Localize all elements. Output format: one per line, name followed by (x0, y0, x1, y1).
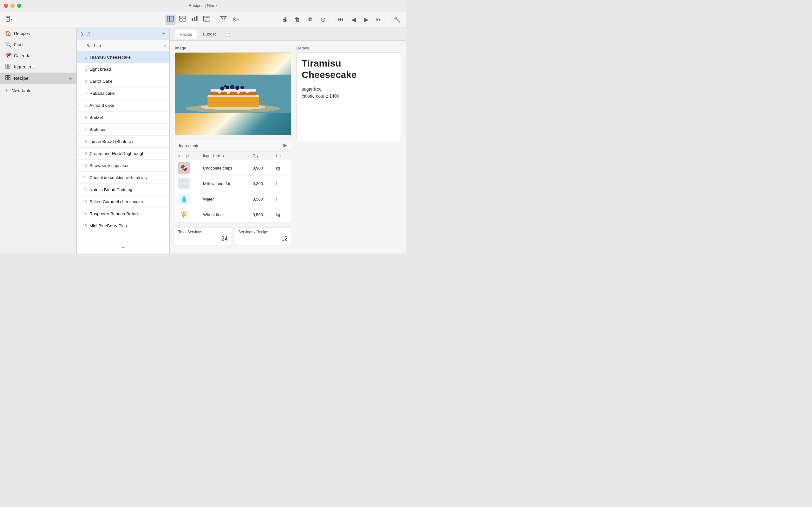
recipe-icon (5, 75, 11, 81)
total-servings-value[interactable]: 24 (175, 235, 231, 245)
image-section: Image (175, 46, 291, 135)
new-table-item[interactable]: + New table (0, 84, 77, 96)
list-row[interactable]: 13Salted Caramel cheesecake (77, 196, 169, 208)
list-row-title: Tiramisu Cheesecake (90, 55, 131, 60)
trash-button[interactable]: 🗑 (293, 14, 303, 25)
print-button[interactable]: 🖨 (280, 14, 290, 25)
tab-budget[interactable]: Budget (198, 30, 220, 38)
sort-icon: ▲ (222, 154, 225, 158)
svg-rect-17 (8, 64, 10, 66)
list-row-num: 9 (81, 152, 87, 156)
servings-per-recipe-value[interactable]: 12 (235, 235, 291, 245)
filter-button[interactable] (218, 14, 229, 25)
list-row-num: 6 (81, 115, 87, 120)
toolbar-center: ⚙ ▾ (165, 14, 241, 25)
image-section-label: Image (175, 46, 291, 50)
list-add-button[interactable]: + (77, 242, 169, 253)
sidebar-item-recipes[interactable]: 🏠 Recipes (0, 28, 77, 39)
maximize-button[interactable] (17, 3, 21, 8)
toolbar: 🗄 ▾ (0, 11, 406, 28)
list-row[interactable]: 9Cream and Herb Doghnought (77, 148, 169, 160)
minimize-button[interactable] (10, 3, 14, 8)
sidebar-item-recipe[interactable]: Recipe ◀ (0, 72, 77, 84)
list-row-num: 3 (81, 79, 87, 83)
list-row-num: 2 (81, 67, 87, 72)
filter-icon (220, 16, 227, 23)
list-row-title: Carrot Cake (90, 79, 113, 83)
sidebar-item-find[interactable]: 🔍 Find (0, 39, 77, 50)
table-view-button[interactable] (165, 14, 176, 25)
list-filter-clear-icon[interactable]: ✕ (163, 43, 167, 48)
list-row-num: 14 (81, 212, 87, 216)
close-button[interactable] (4, 3, 8, 8)
skip-back-icon: ⏮ (338, 16, 344, 23)
play-button[interactable]: ▶ (361, 14, 371, 25)
add-record-icon: ⊕ (320, 16, 326, 23)
list-row-title: Mini BlueBerry Pies. (90, 223, 128, 228)
list-row-num: 4 (81, 91, 87, 96)
database-button[interactable]: 🗄 ▾ (4, 14, 14, 25)
sidebar: 🏠 Recipes 🔍 Find 📅 Calendar Ingredient (0, 28, 77, 253)
list-header-plus-icon[interactable]: + (162, 31, 165, 37)
list-row[interactable]: 1Tiramisu Cheesecake (77, 51, 169, 63)
table-view-icon (167, 16, 174, 23)
find-icon: 🔍 (5, 42, 11, 48)
ingredient-image-placeholder: 💧 (178, 193, 190, 205)
sidebar-chevron-icon: ◀ (68, 76, 71, 80)
calendar-icon: 📅 (5, 53, 11, 59)
details-section-label: Details (296, 46, 401, 50)
sidebar-item-calendar[interactable]: 📅 Calendar (0, 50, 77, 61)
col-header-image: Image (175, 152, 200, 160)
tab-notes[interactable]: 📄 (222, 30, 234, 39)
ingredient-row: 🥛Milk without fat0,300l (175, 176, 291, 191)
ingredient-name: Milk without fat (200, 176, 249, 191)
list-row[interactable]: 4Rababa cake (77, 88, 169, 100)
list-refresh-icon[interactable]: ↻ (87, 43, 91, 48)
settings-button[interactable]: ⚙ ▾ (231, 14, 241, 25)
wrench-button[interactable]: 🔧 (392, 14, 402, 25)
sidebar-label-calendar: Calendar (14, 53, 32, 58)
svg-rect-10 (196, 16, 198, 21)
new-table-plus-icon: + (5, 87, 9, 94)
list-row-title: Light bread (90, 67, 111, 72)
list-row[interactable]: 6Bretzel (77, 112, 169, 124)
sidebar-item-ingredient[interactable]: Ingredient (0, 61, 77, 72)
sidebar-label-find: Find (14, 42, 22, 47)
window-title: Recipes | Ninox (189, 3, 217, 8)
svg-rect-29 (211, 89, 256, 92)
add-ingredient-button[interactable]: ⊕ (282, 142, 287, 149)
traffic-lights (4, 3, 21, 8)
prev-button[interactable]: ◀ (349, 14, 359, 25)
col-header-qty: Qty (249, 152, 272, 160)
col-header-ingredient[interactable]: Ingredient ▲ (200, 152, 249, 160)
ingredients-table: Image Ingredient ▲ Qty Unit 🍫Chocolate c… (175, 152, 291, 222)
skip-back-button[interactable]: ⏮ (336, 14, 346, 25)
list-row[interactable]: 11Chocolate cookies with raisins (77, 172, 169, 184)
list-row-title: Strawberry cupcakes (90, 163, 130, 168)
svg-point-38 (241, 86, 244, 89)
list-row[interactable]: 14Raspberry Banana Bread (77, 208, 169, 220)
sidebar-label-ingredient: Ingredient (14, 64, 34, 69)
list-row[interactable]: 7Brötchen (77, 124, 169, 135)
form-view-button[interactable] (202, 14, 212, 25)
list-row[interactable]: 8Indian Bread (Bhatura) (77, 135, 169, 148)
list-row[interactable]: 2Light bread (77, 63, 169, 75)
duplicate-button[interactable]: ⧉ (305, 14, 315, 25)
add-record-button[interactable]: ⊕ (318, 14, 328, 25)
tab-recipe[interactable]: Recipe (175, 30, 197, 39)
content-area: (alle) + ↻ Title ✕ 1Tiramisu Cheesecake2… (77, 28, 406, 253)
list-col-title: Title (93, 43, 160, 48)
list-row[interactable]: 5Almond cake (77, 100, 169, 112)
svg-rect-19 (8, 66, 10, 68)
list-row[interactable]: 10Strawberry cupcakes (77, 160, 169, 172)
svg-rect-6 (180, 19, 183, 21)
list-row[interactable]: 15Mini BlueBerry Pies. (77, 220, 169, 232)
list-row-title: Rababa cake (90, 91, 115, 96)
chart-view-button[interactable] (190, 14, 200, 25)
list-row[interactable]: 12Nutella Bread Pudding (77, 184, 169, 196)
skip-forward-icon: ⏭ (376, 16, 382, 23)
skip-forward-button[interactable]: ⏭ (374, 14, 384, 25)
list-row[interactable]: 3Carrot Cake (77, 75, 169, 88)
title-bar: Recipes | Ninox (0, 0, 406, 11)
grid-view-button[interactable] (177, 14, 188, 25)
